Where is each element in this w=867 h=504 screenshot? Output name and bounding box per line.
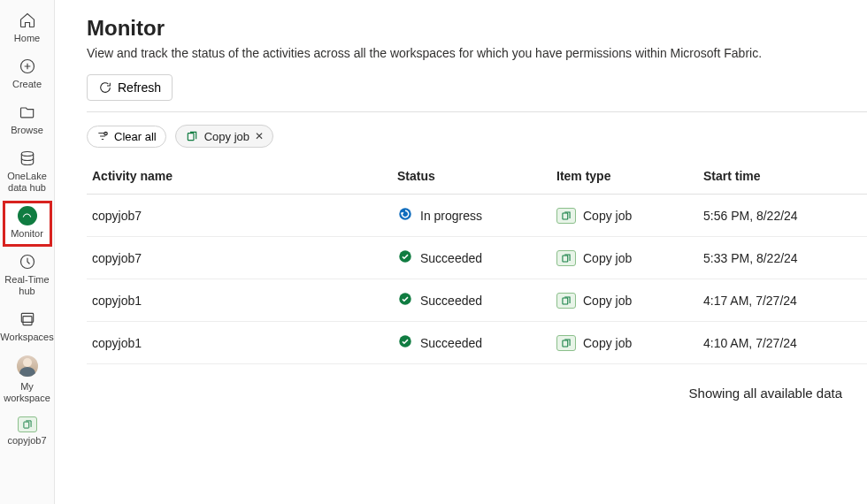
svg-rect-9 (563, 213, 568, 219)
sidebar-item-label: Create (12, 79, 42, 90)
table-row[interactable]: copyjob7In progressCopy job5:56 PM, 8/22… (87, 195, 867, 237)
sidebar-item-create[interactable]: Create (3, 51, 52, 97)
sidebar-item-label: Workspaces (0, 332, 53, 343)
browse-icon (18, 103, 37, 122)
realtime-icon (18, 252, 37, 271)
filter-bar: Clear all Copy job ✕ (87, 112, 867, 157)
col-itemtype[interactable]: Item type (556, 169, 703, 183)
filter-chip-label: Copy job (204, 130, 249, 143)
create-icon (18, 57, 37, 76)
cell-item-type: Copy job (556, 293, 703, 309)
cell-status: Succeeded (397, 291, 556, 309)
filter-clear-icon (96, 130, 109, 142)
sidebar-item-realtime[interactable]: Real-Time hub (3, 247, 52, 304)
svg-point-8 (399, 208, 411, 220)
cell-activity-name: copyjob7 (92, 251, 397, 265)
item-type-text: Copy job (583, 336, 632, 350)
page-subtitle: View and track the status of the activit… (87, 46, 867, 60)
cell-start-time: 4:17 AM, 7/27/24 (703, 294, 867, 308)
copyjob-icon (556, 335, 576, 351)
col-status[interactable]: Status (397, 169, 556, 183)
item-type-text: Copy job (583, 251, 632, 265)
sidebar-item-label: My workspace (3, 381, 52, 404)
table-row[interactable]: copyjob1SucceededCopy job4:10 AM, 7/27/2… (87, 322, 867, 364)
status-text: Succeeded (420, 251, 482, 265)
svg-point-14 (399, 335, 411, 347)
sidebar-item-label: Browse (11, 125, 43, 136)
workspaces-icon (18, 309, 37, 329)
svg-point-1 (21, 152, 33, 157)
sidebar-item-label: Monitor (11, 228, 43, 240)
cell-item-type: Copy job (556, 335, 703, 351)
svg-point-12 (399, 293, 411, 305)
svg-rect-11 (563, 256, 568, 262)
cell-activity-name: copyjob1 (92, 294, 397, 308)
page-title: Monitor (87, 16, 867, 41)
svg-rect-4 (23, 317, 32, 325)
copyjob-icon (18, 416, 37, 432)
sidebar-item-onelake[interactable]: OneLake data hub (3, 143, 52, 201)
copyjob-icon (556, 250, 576, 266)
cell-activity-name: copyjob7 (92, 209, 397, 223)
table-footer: Showing all available data (87, 364, 867, 401)
copyjob-icon (556, 293, 576, 309)
cell-activity-name: copyjob1 (92, 336, 397, 350)
cell-status: Succeeded (397, 248, 556, 267)
copyjob-icon (185, 129, 199, 143)
sidebar-item-workspaces[interactable]: Workspaces (3, 304, 52, 350)
status-text: Succeeded (420, 336, 482, 350)
item-type-text: Copy job (583, 294, 632, 308)
left-sidebar: Home Create Browse OneLake data hub Moni… (0, 0, 55, 504)
cell-start-time: 4:10 AM, 7/27/24 (703, 336, 867, 350)
sidebar-item-label: OneLake data hub (3, 171, 52, 194)
table-row[interactable]: copyjob1SucceededCopy job4:17 AM, 7/27/2… (87, 279, 867, 322)
refresh-icon (98, 80, 112, 95)
main-content: Monitor View and track the status of the… (55, 0, 867, 504)
table-row[interactable]: copyjob7SucceededCopy job5:33 PM, 8/22/2… (87, 237, 867, 279)
cell-status: In progress (397, 206, 556, 225)
inprogress-icon (397, 206, 413, 225)
refresh-button[interactable]: Refresh (87, 74, 173, 101)
success-icon (397, 291, 413, 309)
close-icon[interactable]: ✕ (255, 130, 264, 142)
sidebar-item-label: copyjob7 (7, 435, 46, 447)
sidebar-item-myworkspace[interactable]: My workspace (3, 350, 52, 411)
refresh-label: Refresh (118, 80, 161, 95)
clear-all-button[interactable]: Clear all (87, 126, 166, 148)
svg-point-10 (399, 250, 411, 263)
datahub-icon (18, 149, 37, 168)
cell-start-time: 5:33 PM, 8/22/24 (703, 251, 867, 265)
copyjob-icon (556, 208, 576, 224)
svg-rect-5 (23, 422, 28, 428)
sidebar-item-copyjob7[interactable]: copyjob7 (3, 411, 52, 454)
sidebar-item-browse[interactable]: Browse (3, 97, 52, 143)
clear-all-label: Clear all (114, 130, 157, 143)
success-icon (397, 333, 413, 352)
status-text: In progress (420, 209, 482, 223)
svg-rect-13 (563, 298, 568, 304)
success-icon (397, 248, 413, 267)
col-start[interactable]: Start time (703, 169, 867, 183)
avatar-icon (17, 355, 38, 377)
monitor-icon (18, 206, 37, 225)
home-icon (18, 11, 37, 30)
svg-rect-7 (188, 134, 194, 141)
cell-item-type: Copy job (556, 208, 703, 224)
table-body: copyjob7In progressCopy job5:56 PM, 8/22… (87, 195, 867, 364)
cell-item-type: Copy job (556, 250, 703, 266)
item-type-text: Copy job (583, 209, 632, 223)
cell-start-time: 5:56 PM, 8/22/24 (703, 209, 867, 223)
col-activity[interactable]: Activity name (92, 169, 397, 183)
sidebar-item-home[interactable]: Home (3, 5, 52, 51)
status-text: Succeeded (420, 294, 482, 308)
sidebar-item-monitor[interactable]: Monitor (3, 201, 52, 247)
svg-rect-15 (563, 340, 568, 347)
table-header: Activity name Status Item type Start tim… (87, 157, 867, 195)
filter-chip-copyjob[interactable]: Copy job ✕ (175, 125, 273, 148)
sidebar-item-label: Home (14, 33, 40, 44)
toolbar: Refresh (87, 74, 867, 112)
sidebar-item-label: Real-Time hub (3, 274, 52, 297)
cell-status: Succeeded (397, 333, 556, 352)
